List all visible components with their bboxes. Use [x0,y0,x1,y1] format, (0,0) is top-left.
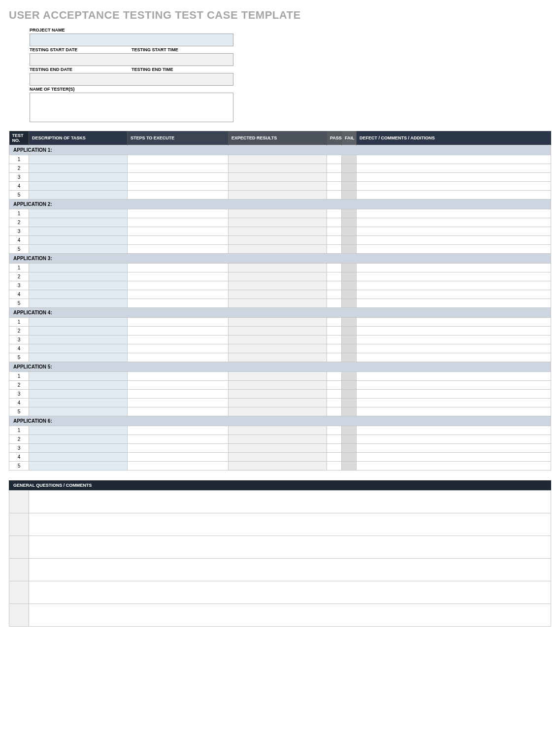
defect-cell[interactable] [357,344,551,353]
steps-cell[interactable] [128,353,229,362]
end-time-input[interactable] [132,73,233,86]
desc-cell[interactable] [29,407,128,416]
expected-cell[interactable] [229,372,327,381]
steps-cell[interactable] [128,218,229,227]
pass-cell[interactable] [327,399,342,407]
project-name-input[interactable] [30,34,233,46]
defect-cell[interactable] [357,227,551,236]
steps-cell[interactable] [128,245,229,254]
fail-cell[interactable] [342,218,357,227]
steps-cell[interactable] [128,182,229,191]
pass-cell[interactable] [327,173,342,182]
desc-cell[interactable] [29,218,128,227]
defect-cell[interactable] [357,372,551,381]
expected-cell[interactable] [229,444,327,453]
pass-cell[interactable] [327,218,342,227]
defect-cell[interactable] [357,390,551,399]
gqc-text-cell[interactable] [29,513,551,536]
steps-cell[interactable] [128,236,229,245]
pass-cell[interactable] [327,353,342,362]
defect-cell[interactable] [357,426,551,435]
pass-cell[interactable] [327,164,342,173]
desc-cell[interactable] [29,344,128,353]
fail-cell[interactable] [342,372,357,381]
expected-cell[interactable] [229,264,327,272]
steps-cell[interactable] [128,281,229,290]
fail-cell[interactable] [342,435,357,444]
steps-cell[interactable] [128,335,229,344]
expected-cell[interactable] [229,227,327,236]
fail-cell[interactable] [342,381,357,390]
expected-cell[interactable] [229,218,327,227]
expected-cell[interactable] [229,272,327,281]
fail-cell[interactable] [342,281,357,290]
defect-cell[interactable] [357,435,551,444]
testers-input[interactable] [30,93,233,122]
fail-cell[interactable] [342,264,357,272]
defect-cell[interactable] [357,381,551,390]
fail-cell[interactable] [342,407,357,416]
expected-cell[interactable] [229,318,327,327]
expected-cell[interactable] [229,435,327,444]
desc-cell[interactable] [29,462,128,470]
expected-cell[interactable] [229,173,327,182]
fail-cell[interactable] [342,272,357,281]
pass-cell[interactable] [327,209,342,218]
expected-cell[interactable] [229,164,327,173]
desc-cell[interactable] [29,426,128,435]
expected-cell[interactable] [229,299,327,308]
defect-cell[interactable] [357,444,551,453]
pass-cell[interactable] [327,182,342,191]
fail-cell[interactable] [342,182,357,191]
pass-cell[interactable] [327,390,342,399]
pass-cell[interactable] [327,264,342,272]
defect-cell[interactable] [357,299,551,308]
pass-cell[interactable] [327,407,342,416]
gqc-num-cell[interactable] [9,581,29,604]
steps-cell[interactable] [128,344,229,353]
pass-cell[interactable] [327,272,342,281]
defect-cell[interactable] [357,191,551,200]
expected-cell[interactable] [229,399,327,407]
desc-cell[interactable] [29,327,128,335]
pass-cell[interactable] [327,155,342,164]
pass-cell[interactable] [327,318,342,327]
desc-cell[interactable] [29,191,128,200]
defect-cell[interactable] [357,281,551,290]
defect-cell[interactable] [357,353,551,362]
expected-cell[interactable] [229,462,327,470]
fail-cell[interactable] [342,426,357,435]
steps-cell[interactable] [128,399,229,407]
gqc-text-cell[interactable] [29,491,551,513]
defect-cell[interactable] [357,327,551,335]
pass-cell[interactable] [327,372,342,381]
defect-cell[interactable] [357,272,551,281]
expected-cell[interactable] [229,381,327,390]
defect-cell[interactable] [357,209,551,218]
expected-cell[interactable] [229,335,327,344]
steps-cell[interactable] [128,264,229,272]
pass-cell[interactable] [327,327,342,335]
pass-cell[interactable] [327,290,342,299]
pass-cell[interactable] [327,191,342,200]
gqc-num-cell[interactable] [9,513,29,536]
fail-cell[interactable] [342,399,357,407]
gqc-num-cell[interactable] [9,559,29,581]
steps-cell[interactable] [128,191,229,200]
gqc-text-cell[interactable] [29,559,551,581]
gqc-text-cell[interactable] [29,604,551,627]
fail-cell[interactable] [342,444,357,453]
end-date-input[interactable] [30,73,132,86]
desc-cell[interactable] [29,372,128,381]
desc-cell[interactable] [29,381,128,390]
steps-cell[interactable] [128,290,229,299]
expected-cell[interactable] [229,281,327,290]
expected-cell[interactable] [229,407,327,416]
pass-cell[interactable] [327,453,342,462]
desc-cell[interactable] [29,290,128,299]
start-date-input[interactable] [30,53,132,66]
fail-cell[interactable] [342,155,357,164]
expected-cell[interactable] [229,453,327,462]
steps-cell[interactable] [128,444,229,453]
defect-cell[interactable] [357,164,551,173]
